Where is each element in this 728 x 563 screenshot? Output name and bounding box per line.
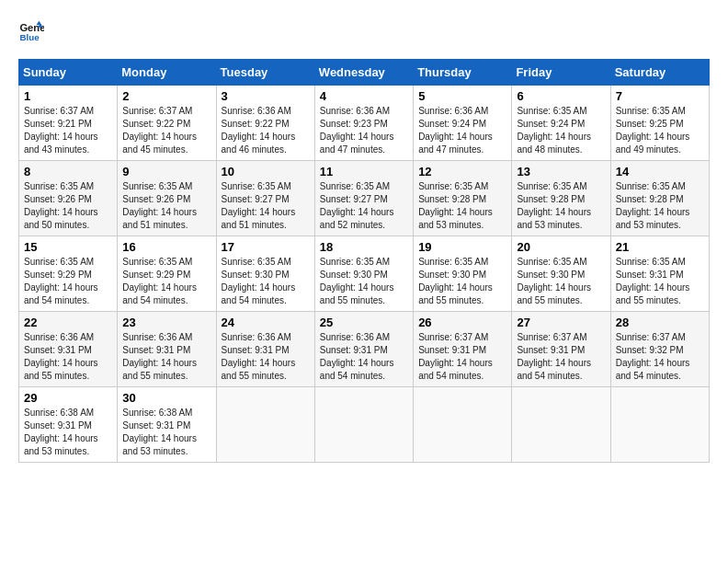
calendar-cell: 24 Sunrise: 6:36 AMSunset: 9:31 PMDaylig…	[216, 312, 314, 387]
day-number: 25	[320, 316, 408, 329]
day-number: 27	[517, 316, 605, 329]
calendar-cell: 28 Sunrise: 6:37 AMSunset: 9:32 PMDaylig…	[610, 312, 709, 387]
day-number: 26	[418, 316, 506, 329]
calendar-cell: 9 Sunrise: 6:35 AMSunset: 9:26 PMDayligh…	[118, 161, 216, 236]
day-number: 13	[517, 165, 605, 178]
calendar-cell: 2 Sunrise: 6:37 AMSunset: 9:22 PMDayligh…	[118, 86, 216, 161]
svg-text:Blue: Blue	[19, 32, 40, 42]
calendar-cell: 27 Sunrise: 6:37 AMSunset: 9:31 PMDaylig…	[512, 312, 610, 387]
day-number: 24	[222, 316, 310, 329]
calendar-cell: 7 Sunrise: 6:35 AMSunset: 9:25 PMDayligh…	[610, 86, 709, 161]
calendar-cell: 25 Sunrise: 6:36 AMSunset: 9:31 PMDaylig…	[314, 312, 413, 387]
day-info: Sunrise: 6:35 AMSunset: 9:25 PMDaylight:…	[616, 105, 704, 156]
day-info: Sunrise: 6:35 AMSunset: 9:28 PMDaylight:…	[616, 180, 704, 232]
calendar-cell: 23 Sunrise: 6:36 AMSunset: 9:31 PMDaylig…	[118, 312, 216, 387]
calendar-cell: 21 Sunrise: 6:35 AMSunset: 9:31 PMDaylig…	[610, 236, 709, 312]
day-number: 21	[616, 240, 704, 254]
calendar-cell: 16 Sunrise: 6:35 AMSunset: 9:29 PMDaylig…	[118, 236, 216, 312]
day-number: 18	[320, 240, 408, 254]
calendar-cell	[610, 387, 709, 463]
calendar-cell: 12 Sunrise: 6:35 AMSunset: 9:28 PMDaylig…	[414, 161, 512, 236]
day-number: 9	[122, 165, 210, 178]
calendar-cell: 4 Sunrise: 6:36 AMSunset: 9:23 PMDayligh…	[314, 86, 413, 161]
page-header: General Blue	[18, 18, 710, 44]
day-info: Sunrise: 6:35 AMSunset: 9:30 PMDaylight:…	[320, 256, 408, 307]
calendar-cell: 19 Sunrise: 6:35 AMSunset: 9:30 PMDaylig…	[414, 236, 512, 312]
day-info: Sunrise: 6:36 AMSunset: 9:31 PMDaylight:…	[222, 331, 310, 383]
calendar-cell: 3 Sunrise: 6:36 AMSunset: 9:22 PMDayligh…	[216, 86, 314, 161]
day-info: Sunrise: 6:35 AMSunset: 9:27 PMDaylight:…	[222, 180, 310, 232]
day-info: Sunrise: 6:35 AMSunset: 9:31 PMDaylight:…	[616, 256, 704, 307]
day-info: Sunrise: 6:35 AMSunset: 9:30 PMDaylight:…	[222, 256, 310, 307]
day-info: Sunrise: 6:36 AMSunset: 9:22 PMDaylight:…	[222, 105, 310, 156]
calendar-cell: 15 Sunrise: 6:35 AMSunset: 9:29 PMDaylig…	[19, 236, 118, 312]
day-info: Sunrise: 6:38 AMSunset: 9:31 PMDaylight:…	[24, 407, 112, 458]
day-number: 12	[418, 165, 506, 178]
weekday-header-saturday: Saturday	[610, 60, 709, 86]
day-number: 23	[122, 316, 210, 329]
day-info: Sunrise: 6:37 AMSunset: 9:31 PMDaylight:…	[418, 331, 506, 383]
weekday-header-wednesday: Wednesday	[314, 60, 413, 86]
day-info: Sunrise: 6:35 AMSunset: 9:30 PMDaylight:…	[517, 256, 605, 307]
day-info: Sunrise: 6:37 AMSunset: 9:31 PMDaylight:…	[517, 331, 605, 383]
day-number: 28	[616, 316, 704, 329]
calendar-cell: 17 Sunrise: 6:35 AMSunset: 9:30 PMDaylig…	[216, 236, 314, 312]
day-info: Sunrise: 6:35 AMSunset: 9:26 PMDaylight:…	[122, 180, 210, 232]
day-number: 20	[517, 240, 605, 254]
day-info: Sunrise: 6:38 AMSunset: 9:31 PMDaylight:…	[122, 407, 210, 458]
day-info: Sunrise: 6:35 AMSunset: 9:29 PMDaylight:…	[122, 256, 210, 307]
day-number: 11	[320, 165, 408, 178]
day-info: Sunrise: 6:36 AMSunset: 9:23 PMDaylight:…	[320, 105, 408, 156]
day-number: 8	[24, 165, 112, 178]
day-number: 3	[222, 89, 310, 103]
day-number: 14	[616, 165, 704, 178]
calendar-cell: 26 Sunrise: 6:37 AMSunset: 9:31 PMDaylig…	[414, 312, 512, 387]
calendar-cell	[512, 387, 610, 463]
calendar-table: SundayMondayTuesdayWednesdayThursdayFrid…	[18, 59, 710, 463]
calendar-cell: 18 Sunrise: 6:35 AMSunset: 9:30 PMDaylig…	[314, 236, 413, 312]
day-number: 30	[122, 391, 210, 405]
day-info: Sunrise: 6:35 AMSunset: 9:28 PMDaylight:…	[418, 180, 506, 232]
day-number: 17	[222, 240, 310, 254]
day-info: Sunrise: 6:36 AMSunset: 9:31 PMDaylight:…	[24, 331, 112, 383]
day-number: 4	[320, 89, 408, 103]
day-info: Sunrise: 6:36 AMSunset: 9:24 PMDaylight:…	[418, 105, 506, 156]
calendar-cell: 5 Sunrise: 6:36 AMSunset: 9:24 PMDayligh…	[414, 86, 512, 161]
day-info: Sunrise: 6:37 AMSunset: 9:22 PMDaylight:…	[122, 105, 210, 156]
day-number: 7	[616, 89, 704, 103]
day-number: 16	[122, 240, 210, 254]
day-info: Sunrise: 6:36 AMSunset: 9:31 PMDaylight:…	[320, 331, 408, 383]
calendar-cell: 30 Sunrise: 6:38 AMSunset: 9:31 PMDaylig…	[118, 387, 216, 463]
day-info: Sunrise: 6:35 AMSunset: 9:28 PMDaylight:…	[517, 180, 605, 232]
logo: General Blue	[18, 18, 48, 44]
calendar-cell: 29 Sunrise: 6:38 AMSunset: 9:31 PMDaylig…	[19, 387, 118, 463]
calendar-cell: 20 Sunrise: 6:35 AMSunset: 9:30 PMDaylig…	[512, 236, 610, 312]
calendar-cell	[414, 387, 512, 463]
weekday-header-sunday: Sunday	[19, 60, 118, 86]
weekday-header-tuesday: Tuesday	[216, 60, 314, 86]
calendar-cell	[314, 387, 413, 463]
logo-icon: General Blue	[18, 18, 44, 44]
day-info: Sunrise: 6:37 AMSunset: 9:21 PMDaylight:…	[24, 105, 112, 156]
day-info: Sunrise: 6:37 AMSunset: 9:32 PMDaylight:…	[616, 331, 704, 383]
day-info: Sunrise: 6:35 AMSunset: 9:24 PMDaylight:…	[517, 105, 605, 156]
day-number: 6	[517, 89, 605, 103]
weekday-header-thursday: Thursday	[414, 60, 512, 86]
day-number: 2	[122, 89, 210, 103]
weekday-header-friday: Friday	[512, 60, 610, 86]
day-number: 1	[24, 89, 112, 103]
calendar-cell: 1 Sunrise: 6:37 AMSunset: 9:21 PMDayligh…	[19, 86, 118, 161]
calendar-cell: 11 Sunrise: 6:35 AMSunset: 9:27 PMDaylig…	[314, 161, 413, 236]
calendar-cell: 10 Sunrise: 6:35 AMSunset: 9:27 PMDaylig…	[216, 161, 314, 236]
calendar-cell: 22 Sunrise: 6:36 AMSunset: 9:31 PMDaylig…	[19, 312, 118, 387]
day-number: 19	[418, 240, 506, 254]
calendar-cell: 8 Sunrise: 6:35 AMSunset: 9:26 PMDayligh…	[19, 161, 118, 236]
calendar-cell	[216, 387, 314, 463]
calendar-cell: 13 Sunrise: 6:35 AMSunset: 9:28 PMDaylig…	[512, 161, 610, 236]
day-info: Sunrise: 6:35 AMSunset: 9:27 PMDaylight:…	[320, 180, 408, 232]
day-number: 29	[24, 391, 112, 405]
day-info: Sunrise: 6:35 AMSunset: 9:26 PMDaylight:…	[24, 180, 112, 232]
calendar-cell: 6 Sunrise: 6:35 AMSunset: 9:24 PMDayligh…	[512, 86, 610, 161]
day-info: Sunrise: 6:35 AMSunset: 9:29 PMDaylight:…	[24, 256, 112, 307]
day-number: 10	[222, 165, 310, 178]
